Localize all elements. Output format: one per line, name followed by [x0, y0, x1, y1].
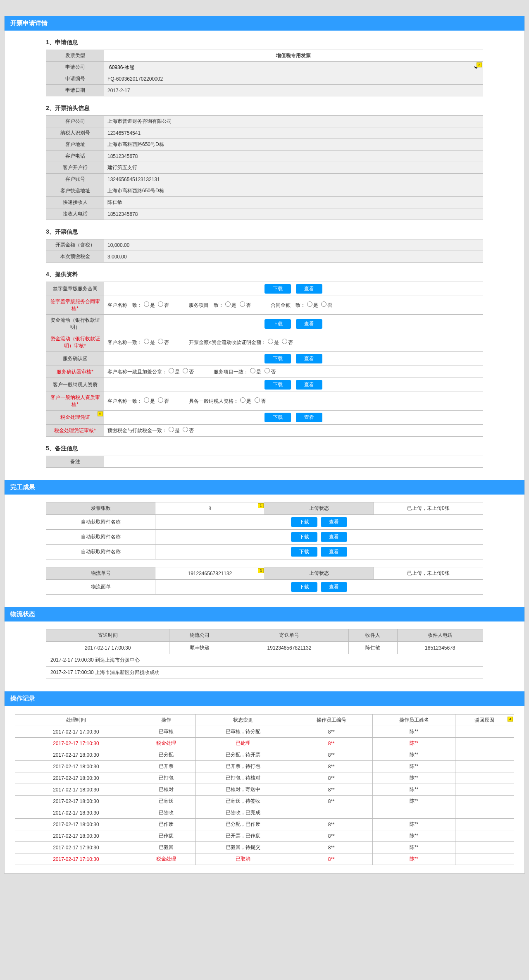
result-table-b: 物流单号 19123465678211323 上传状态 已上传，未上传0张 物流…: [46, 567, 483, 595]
invoice-header-table: 客户公司上海市普道财务咨询有限公司 纳税人识别号123465754541 客户地…: [46, 115, 483, 220]
view-button[interactable]: 查看: [296, 319, 322, 329]
view-button[interactable]: 查看: [296, 284, 322, 294]
download-button[interactable]: 下载: [291, 582, 317, 592]
amount-table: 开票金额（含税）10,000.00 本次预缴税金3,000.00: [46, 239, 483, 263]
table-row: 2017-02-17 18:00:30已打包已打包，待核对8**陈**: [15, 772, 514, 784]
tag-1: 1: [258, 503, 263, 508]
download-button[interactable]: 下载: [264, 380, 291, 390]
table-row: 2017-02-17 18:00:30已核对已核对，寄送中8**陈**: [15, 784, 514, 796]
download-button[interactable]: 下载: [291, 547, 317, 557]
check-prepaytax: 预缴税金与打款税金一致：是 否: [107, 427, 194, 434]
table-row: 2017-02-17 18:30:30已签收已签收，已完成: [15, 807, 514, 819]
table-row: 2017-02-17 17:00:30 顺丰快递 191234656782113…: [46, 642, 483, 654]
remark-value: [104, 456, 483, 468]
check-amount: 合同金额一致：是 否: [271, 301, 332, 309]
section5-title: 5、备注信息: [46, 445, 483, 452]
table-row: 自动获取附件名称下载查看: [46, 515, 483, 530]
table-row: 2017-02-17 18:00:30已开票已开票，待打包8**陈**: [15, 761, 514, 772]
view-button[interactable]: 查看: [321, 532, 347, 542]
table-row: 2017-02-17 18:00:30已作废已分配，已作废8**陈**: [15, 819, 514, 830]
table-row: 物流面单下载查看: [46, 580, 483, 595]
view-button[interactable]: 查看: [296, 380, 322, 390]
apply-info-table: 发票类型 增值税专用发票 申请公司 60936-冰熊2 申请编号 FQ-6093…: [46, 50, 483, 96]
value-apply-number: FQ-60936201702200002: [104, 73, 483, 85]
header-result: 完工成果: [5, 480, 524, 495]
check-fundamt: 开票金额≤资金流动收款证明金额：是 否: [189, 339, 293, 346]
view-button[interactable]: 查看: [296, 413, 322, 422]
download-button[interactable]: 下载: [264, 284, 291, 294]
apply-company-select[interactable]: 60936-冰熊: [107, 64, 479, 71]
check-stamp: 客户名称一致且加盖公章：是 否: [107, 368, 194, 375]
value-apply-date: 2017-2-17: [104, 85, 483, 96]
check-svcitem: 服务项目一致：是 否: [189, 301, 250, 309]
header-detail: 开票申请详情: [5, 16, 524, 31]
download-button[interactable]: 下载: [291, 517, 317, 527]
table-row: 自动获取附件名称下载查看: [46, 545, 483, 559]
table-row: 2017-02-17 17:10:30税金处理已取消8**陈**: [15, 853, 514, 865]
table-row: 自动获取附件名称下载查看: [46, 530, 483, 545]
view-button[interactable]: 查看: [321, 547, 347, 557]
result-table-a: 发票张数 31 上传状态 已上传，未上传0张 自动获取附件名称下载查看 自动获取…: [46, 502, 483, 559]
section3-title: 3、开票信息: [46, 228, 483, 236]
logistics-table: 寄送时间 物流公司 寄送单号 收件人 收件人电话 2017-02-17 17:0…: [46, 629, 483, 654]
table-row: 2017-02-17 17:00:30已审核已审核，待分配8**陈**: [15, 726, 514, 738]
download-button[interactable]: 下载: [264, 413, 291, 422]
download-button[interactable]: 下载: [291, 532, 317, 542]
view-button[interactable]: 查看: [321, 517, 347, 527]
label-invoice-type: 发票类型: [46, 50, 104, 62]
label-apply-company: 申请公司: [46, 62, 104, 73]
table-row: 2017-02-17 17:30:30已驳回已驳回，待提交8**陈**: [15, 842, 514, 853]
check-taxqual: 具备一般纳税人资格：是 否: [189, 397, 265, 405]
download-button[interactable]: 下载: [264, 354, 291, 363]
section1-title: 1、申请信息: [46, 39, 483, 46]
view-button[interactable]: 查看: [321, 582, 347, 592]
view-button[interactable]: 查看: [296, 354, 322, 363]
check-custname: 客户名称一致：是 否: [107, 339, 169, 346]
download-button[interactable]: 下载: [264, 319, 291, 329]
check-custname: 客户名称一致：是 否: [107, 301, 169, 309]
table-row: 2017-02-17 18:00:30已分配已分配，待开票8**陈**: [15, 749, 514, 761]
log-table: 处理时间 操作 状态变更 操作员工编号 操作员工姓名 驳回原因 2017-02-…: [15, 714, 514, 865]
materials-table: 签字盖章版服务合同 下载 查看 签字盖章版服务合同审核* 客户名称一致：是 否 …: [46, 282, 483, 437]
table-row: 2017-02-17 17:10:30税金处理已处理8**陈**: [15, 738, 514, 749]
header-logistics: 物流状态: [5, 607, 524, 621]
label-apply-date: 申请日期: [46, 85, 104, 96]
check-custname: 客户名称一致：是 否: [107, 397, 169, 405]
section2-title: 2、开票抬头信息: [46, 105, 483, 112]
logistics-timeline-1: 2017-2-17 17:00:30 上海市浦东新区分部揽收成功: [46, 667, 483, 679]
value-invoice-type: 增值税专用发票: [104, 50, 483, 62]
table-row: 2017-02-17 18:00:30已寄送已寄送，待签收8**陈**: [15, 796, 514, 807]
tag-5: 5: [98, 411, 103, 416]
tag-3: 3: [258, 568, 263, 573]
table-row: 2017-02-17 18:00:30已作废已开票，已作废8**陈**: [15, 830, 514, 842]
header-log: 操作记录: [5, 691, 524, 706]
logistics-timeline-0: 2017-2-17 19:00:30 到达上海市分拨中心: [46, 654, 483, 667]
tag-4: 4: [508, 717, 513, 722]
remark-table: 备注: [46, 456, 483, 468]
label-apply-number: 申请编号: [46, 73, 104, 85]
check-svcitem: 服务项目一致：是 否: [214, 368, 275, 375]
section4-title: 4、提供资料: [46, 271, 483, 278]
tag-2: 2: [477, 62, 482, 67]
